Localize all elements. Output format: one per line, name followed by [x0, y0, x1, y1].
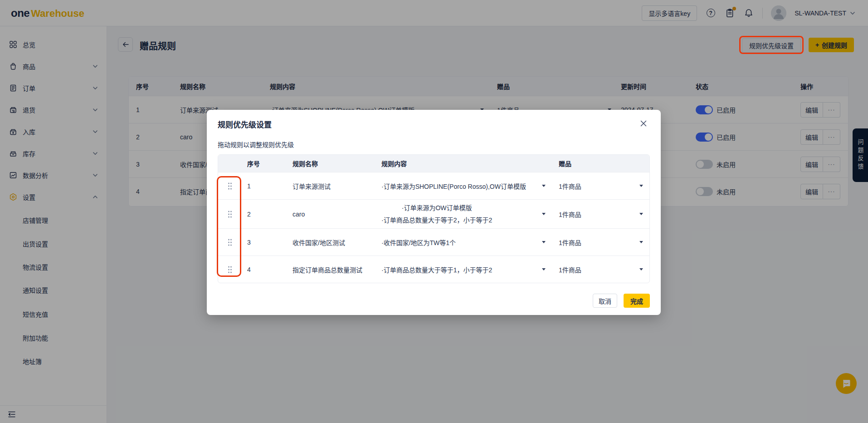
expand-content-dropdown-icon[interactable]: [542, 268, 546, 271]
column-header-name: 规则名称: [293, 155, 318, 172]
expand-content-dropdown-icon[interactable]: [542, 213, 546, 215]
cancel-button[interactable]: 取消: [593, 294, 617, 308]
priority-table: 序号 规则名称 规则内容 赠品 1 订单来源测试 ·订单来源为SHOPLINE(…: [218, 154, 650, 283]
drag-hint-text: 拖动规则以调整规则优先级: [218, 140, 294, 149]
priority-row: 4 指定订单商品总数量测试 ·订单商品总数量大于等于1，小于等于2 1件商品: [218, 256, 649, 283]
close-icon[interactable]: [638, 118, 649, 129]
priority-table-header: 序号 规则名称 规则内容 赠品: [218, 155, 649, 172]
drag-handle-icon[interactable]: [227, 266, 233, 274]
expand-gift-dropdown-icon[interactable]: [639, 268, 643, 271]
modal-title: 规则优先级设置: [218, 118, 272, 130]
expand-content-dropdown-icon[interactable]: [542, 185, 546, 187]
expand-gift-dropdown-icon[interactable]: [639, 185, 643, 187]
expand-gift-dropdown-icon[interactable]: [639, 241, 643, 243]
column-header-content: 规则内容: [381, 155, 407, 172]
rule-priority-modal: 规则优先级设置 拖动规则以调整规则优先级 序号 规则名称 规则内容 赠品 1 订…: [207, 110, 661, 315]
drag-handle-icon[interactable]: [227, 238, 233, 246]
drag-handle-icon[interactable]: [227, 182, 233, 190]
drag-handle-icon[interactable]: [227, 210, 233, 218]
priority-row: 2 caro ·订单来源为OW订单模版 ·订单商品总数量大于等于2，小于等于2 …: [218, 199, 649, 228]
priority-row: 3 收件国家/地区测试 ·收件国家/地区为TW等1个 1件商品: [218, 228, 649, 256]
priority-row: 1 订单来源测试 ·订单来源为SHOPLINE(Porco Rosso),OW订…: [218, 172, 649, 199]
expand-gift-dropdown-icon[interactable]: [639, 213, 643, 215]
expand-content-dropdown-icon[interactable]: [542, 241, 546, 243]
column-header-no: 序号: [247, 155, 260, 172]
done-button[interactable]: 完成: [624, 294, 650, 308]
column-header-gift: 赠品: [559, 155, 571, 172]
